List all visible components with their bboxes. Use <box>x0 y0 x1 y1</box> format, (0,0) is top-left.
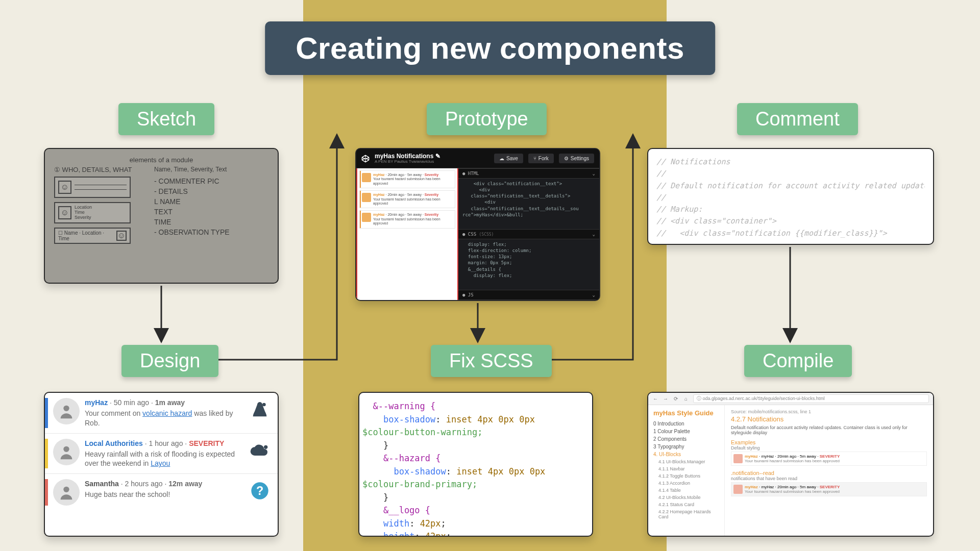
js-pane-header[interactable]: ● JS⌄ <box>458 290 599 300</box>
styleguide-nav-item[interactable]: 4.2.1 Status Card <box>653 501 719 508</box>
save-button[interactable]: ☁Save <box>494 154 523 163</box>
notification-item[interactable]: myHaz · 50 min ago · 1m awayYour comment… <box>45 393 278 434</box>
preview-notification: myHaz · 20min ago · 5m away · SeverityYo… <box>359 170 455 188</box>
avatar <box>53 439 80 465</box>
comment-panel: // Notifications // // Default notificat… <box>647 148 934 245</box>
stage-prototype-label: Prototype <box>427 103 547 135</box>
styleguide-nav-item[interactable]: 4.2 UI-Blocks.Mobile <box>653 494 719 501</box>
back-icon[interactable]: ← <box>652 396 658 402</box>
svg-point-5 <box>63 446 69 452</box>
styleguide-nav-item[interactable]: 4.1.3 Accordion <box>653 480 719 487</box>
gear-icon: ⚙ <box>564 156 569 161</box>
svg-point-6 <box>264 445 267 448</box>
avatar <box>733 454 743 463</box>
avatar <box>362 193 371 202</box>
stage-comment-label: Comment <box>737 103 858 135</box>
notification-body: myHaz · 50 min ago · 1m awayYour comment… <box>85 398 243 428</box>
notification-item[interactable]: Local Authorities · 1 hour ago · SEVERIT… <box>45 434 278 474</box>
codepen-logo-icon <box>361 155 370 163</box>
cloud-icon <box>248 439 272 462</box>
sketch-module-box: ☺ <box>54 177 131 198</box>
styleguide-nav-item[interactable]: 4.1 UI-Blocks.Manager <box>653 458 719 465</box>
styleguide-nav-item[interactable]: 0 Introduction <box>653 420 719 428</box>
pen-author: A PEN BY Paulius Tvaranavicius <box>375 160 489 164</box>
stage-design-label: Design <box>121 345 218 377</box>
chevron-down-icon: ⌄ <box>593 232 595 237</box>
volcano-icon <box>248 398 272 421</box>
reload-icon[interactable]: ⟳ <box>673 396 679 402</box>
severity-bar <box>45 398 48 428</box>
sketch-heading: elements of a module <box>54 156 268 164</box>
styleguide-nav-item[interactable]: 4.1.1 Navbar <box>653 465 719 472</box>
styleguide-main: Source: mobile/notifications.scss, line … <box>725 405 933 536</box>
avatar <box>362 173 371 182</box>
cloud-icon: ☁ <box>499 156 504 161</box>
sketch-module-box: ☐ Name · Location · Time ☺ <box>54 228 131 244</box>
browser-toolbar: ← → ⟳ ⌂ ⓘ oda.glpages.ad.nerc.ac.uk/Styl… <box>648 393 933 405</box>
preview-notification: myHaz · 20min ago · 5m away · SeverityYo… <box>359 190 455 208</box>
svg-point-3 <box>63 406 69 411</box>
example-read: myHaz · myHaz · 20min ago · 5m away · SE… <box>731 482 927 496</box>
example-default: myHaz · myHaz · 20min ago · 5m away · SE… <box>731 452 927 466</box>
notification-item[interactable]: Samantha · 2 hours ago · 12m awayHuge ba… <box>45 474 278 511</box>
pen-title: myHas Notifications ✎ <box>375 153 489 160</box>
stage-fixscss-label: Fix SCSS <box>431 345 552 377</box>
forward-icon[interactable]: → <box>663 396 669 402</box>
svg-point-7 <box>63 487 69 492</box>
fork-button[interactable]: ⑂Fork <box>528 154 554 163</box>
read-heading: .notification--read <box>731 470 927 476</box>
source-line: Source: mobile/notifications.scss, line … <box>731 409 927 414</box>
sketch-avatar-icon: ☺ <box>58 206 71 219</box>
avatar <box>733 485 743 494</box>
html-pane-header[interactable]: ● HTML⌄ <box>458 168 599 179</box>
styleguide-nav-item[interactable]: 4.2.2 Homepage Hazards Card <box>653 508 719 520</box>
codepen-toolbar: myHas Notifications ✎ A PEN BY Paulius T… <box>356 149 599 168</box>
avatar <box>53 398 80 424</box>
sketch-side-note: Name, Time, Severity, Text <box>154 166 268 173</box>
section-heading: 4.2.7 Notifications <box>731 415 927 423</box>
chevron-down-icon: ⌄ <box>593 292 595 297</box>
examples-heading: Examples <box>731 439 927 445</box>
sketch-panel: elements of a module ① WHO, DETAILS, WHA… <box>44 148 279 284</box>
preview-notification: myHaz · 20min ago · 5m away · SeverityYo… <box>359 210 455 228</box>
stage-sketch-label: Sketch <box>118 103 214 135</box>
severity-bar <box>45 479 48 506</box>
styleguide-brand: myHas Style Guide <box>653 409 719 417</box>
styleguide-nav-item[interactable]: 3 Typography <box>653 443 719 450</box>
home-icon[interactable]: ⌂ <box>683 396 689 402</box>
fork-icon: ⑂ <box>533 156 536 161</box>
styleguide-nav-item[interactable]: 4. UI-Blocks <box>653 450 719 458</box>
html-code: <div class="notification__text"> <div cl… <box>458 179 599 229</box>
css-pane-header[interactable]: ● CSS (SCSS)⌄ <box>458 229 599 239</box>
styleguide-nav-item[interactable]: 4.1.4 Table <box>653 487 719 494</box>
css-code: display: flex; flex-direction: column; f… <box>458 239 599 290</box>
design-panel: myHaz · 50 min ago · 1m awayYour comment… <box>44 392 279 537</box>
notification-body: Local Authorities · 1 hour ago · SEVERIT… <box>85 439 243 469</box>
codepen-preview: myHaz · 20min ago · 5m away · SeverityYo… <box>356 168 458 300</box>
styleguide-nav-item[interactable]: 4.1.2 Toggle Buttons <box>653 472 719 480</box>
svg-text:?: ? <box>256 485 263 498</box>
avatar <box>362 213 371 222</box>
slide-title: Creating new components <box>265 21 715 75</box>
question-icon: ? <box>248 479 272 503</box>
notification-body: Samantha · 2 hours ago · 12m awayHuge ba… <box>85 479 243 499</box>
sketch-avatar-icon: ☺ <box>116 231 127 241</box>
settings-button[interactable]: ⚙Settings <box>559 154 594 163</box>
compile-panel: ← → ⟳ ⌂ ⓘ oda.glpages.ad.nerc.ac.uk/Styl… <box>647 392 934 537</box>
comment-code: // Notifications // // Default notificat… <box>656 156 925 239</box>
prototype-panel: myHas Notifications ✎ A PEN BY Paulius T… <box>355 148 600 301</box>
styleguide-sidebar: myHas Style Guide 0 Introduction1 Colour… <box>648 405 725 536</box>
sketch-module-box: ☺ Location Time Severity <box>54 202 131 223</box>
sketch-avatar-icon: ☺ <box>58 181 71 194</box>
scss-code: &--warning { box-shadow: inset 4px 0px 0… <box>362 400 589 537</box>
fix-scss-panel: &--warning { box-shadow: inset 4px 0px 0… <box>358 392 593 537</box>
stage-compile-label: Compile <box>744 345 852 377</box>
styleguide-nav-item[interactable]: 1 Colour Palette <box>653 428 719 435</box>
sketch-header-line: ① WHO, DETAILS, WHAT <box>54 166 146 173</box>
styleguide-nav-item[interactable]: 2 Components <box>653 435 719 443</box>
url-bar[interactable]: ⓘ oda.glpages.ad.nerc.ac.uk/Styleguide/s… <box>693 394 929 403</box>
severity-bar <box>45 439 48 469</box>
section-desc: Default notification for account activit… <box>731 425 927 435</box>
svg-point-4 <box>262 403 266 407</box>
chevron-down-icon: ⌄ <box>593 171 595 176</box>
